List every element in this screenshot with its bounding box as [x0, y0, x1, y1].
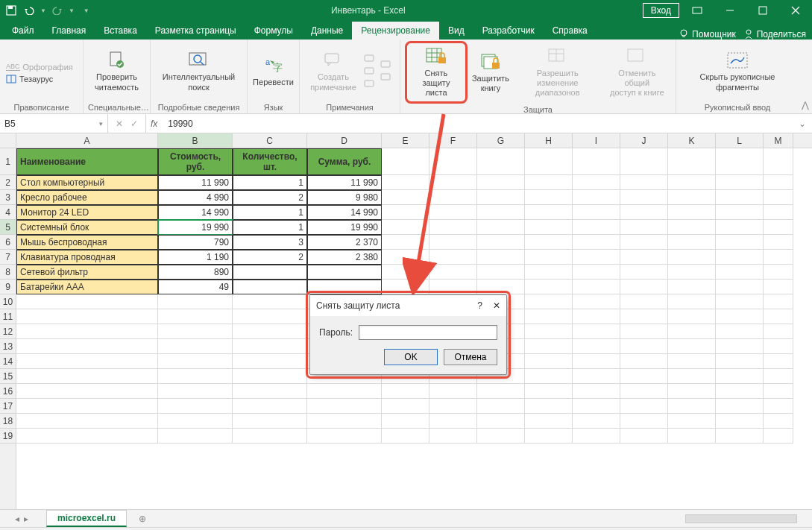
- cell[interactable]: [573, 324, 620, 339]
- cell[interactable]: [620, 324, 668, 339]
- cell[interactable]: [382, 399, 429, 414]
- cell[interactable]: [477, 235, 525, 250]
- column-header[interactable]: M: [764, 133, 793, 148]
- save-icon[interactable]: [4, 4, 18, 17]
- cell[interactable]: [716, 235, 764, 250]
- cell[interactable]: [158, 369, 233, 384]
- column-header[interactable]: L: [716, 133, 764, 148]
- maximize-button[interactable]: [748, 0, 778, 21]
- login-button[interactable]: Вход: [643, 3, 679, 18]
- cell[interactable]: [716, 339, 764, 354]
- cell[interactable]: [716, 384, 764, 399]
- cell[interactable]: [233, 399, 307, 414]
- cell[interactable]: [764, 384, 793, 399]
- cell[interactable]: [16, 354, 158, 369]
- cell[interactable]: [158, 384, 233, 399]
- expand-formula-icon[interactable]: ⌄: [793, 119, 812, 129]
- cell[interactable]: [620, 250, 668, 265]
- row-header[interactable]: 15: [0, 369, 16, 384]
- cell[interactable]: [573, 414, 620, 429]
- cell[interactable]: [573, 294, 620, 309]
- cancel-icon[interactable]: ✕: [116, 119, 123, 129]
- column-header[interactable]: E: [382, 133, 429, 148]
- row-header[interactable]: 2: [0, 175, 16, 190]
- cell[interactable]: [764, 309, 793, 324]
- cell[interactable]: [477, 265, 525, 280]
- cell[interactable]: [573, 399, 620, 414]
- cell[interactable]: [382, 250, 429, 265]
- cell[interactable]: [307, 399, 382, 414]
- cell[interactable]: [158, 399, 233, 414]
- cell[interactable]: Сетевой фильтр: [16, 265, 158, 280]
- cell[interactable]: [764, 294, 793, 309]
- cell[interactable]: [525, 309, 573, 324]
- cell[interactable]: [573, 309, 620, 324]
- tell-me[interactable]: Помощник: [679, 29, 736, 40]
- cell[interactable]: [307, 429, 382, 444]
- cell[interactable]: [620, 429, 668, 444]
- collapse-ribbon-icon[interactable]: ⋀: [799, 40, 812, 113]
- column-header[interactable]: D: [307, 133, 382, 148]
- cell[interactable]: [764, 354, 793, 369]
- cell[interactable]: [716, 190, 764, 205]
- cell[interactable]: [525, 429, 573, 444]
- cell[interactable]: [620, 369, 668, 384]
- cell[interactable]: Количество, шт.: [233, 148, 307, 175]
- cell[interactable]: [233, 339, 307, 354]
- smart-lookup-button[interactable]: Интеллектуальный поиск: [160, 48, 238, 93]
- cell[interactable]: [620, 265, 668, 280]
- cell[interactable]: [477, 384, 525, 399]
- unprotect-sheet-button[interactable]: Снять защиту листа: [409, 45, 464, 100]
- cell[interactable]: 14 990: [307, 205, 382, 220]
- cell[interactable]: [573, 148, 620, 175]
- cell[interactable]: [764, 220, 793, 235]
- cell[interactable]: [716, 399, 764, 414]
- cell[interactable]: 1: [233, 220, 307, 235]
- row-header[interactable]: 5: [0, 220, 16, 235]
- column-header[interactable]: F: [429, 133, 477, 148]
- cell[interactable]: [16, 309, 158, 324]
- cell[interactable]: [620, 148, 668, 175]
- cell[interactable]: [620, 190, 668, 205]
- tab-help[interactable]: Справка: [544, 22, 597, 40]
- share-button[interactable]: Поделиться: [743, 29, 806, 40]
- row-header[interactable]: 6: [0, 235, 16, 250]
- tab-file[interactable]: Файл: [3, 22, 43, 40]
- cell[interactable]: [716, 205, 764, 220]
- cell[interactable]: [16, 384, 158, 399]
- add-sheet-button[interactable]: ⊕: [136, 512, 149, 526]
- cell[interactable]: [525, 384, 573, 399]
- cell[interactable]: [477, 175, 525, 190]
- row-header[interactable]: 12: [0, 324, 16, 339]
- cell[interactable]: [477, 280, 525, 294]
- cell[interactable]: [573, 429, 620, 444]
- cell[interactable]: [668, 190, 716, 205]
- cell[interactable]: [573, 175, 620, 190]
- cell[interactable]: 1: [233, 175, 307, 190]
- tab-formulas[interactable]: Формулы: [245, 22, 302, 40]
- cell[interactable]: [716, 265, 764, 280]
- cell[interactable]: [764, 369, 793, 384]
- cell[interactable]: [716, 148, 764, 175]
- cell[interactable]: Батарейки AAA: [16, 280, 158, 294]
- cell[interactable]: [716, 250, 764, 265]
- cell[interactable]: [525, 190, 573, 205]
- cell[interactable]: [668, 148, 716, 175]
- dialog-titlebar[interactable]: Снять защиту листа ? ✕: [310, 295, 506, 316]
- cell[interactable]: [233, 309, 307, 324]
- cell[interactable]: [429, 429, 477, 444]
- cell[interactable]: 790: [158, 235, 233, 250]
- column-header[interactable]: K: [668, 133, 716, 148]
- cell[interactable]: [573, 384, 620, 399]
- cell[interactable]: [620, 414, 668, 429]
- tab-data[interactable]: Данные: [302, 22, 352, 40]
- cell[interactable]: [668, 250, 716, 265]
- cell[interactable]: [668, 220, 716, 235]
- cell[interactable]: [429, 384, 477, 399]
- cell[interactable]: 2: [233, 190, 307, 205]
- cell[interactable]: [573, 339, 620, 354]
- cell[interactable]: [525, 414, 573, 429]
- cell[interactable]: Наименование: [16, 148, 158, 175]
- cell[interactable]: [429, 220, 477, 235]
- cell[interactable]: [620, 309, 668, 324]
